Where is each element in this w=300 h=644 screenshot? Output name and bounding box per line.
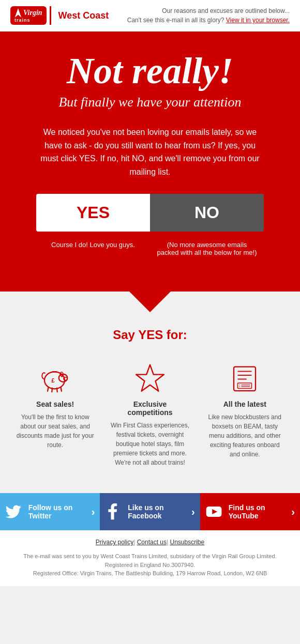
hero-title: Not really! <box>21 52 279 89</box>
hero-body: We noticed you've not been loving our em… <box>36 126 264 178</box>
twitter-button[interactable]: Follow us on Twitter › <box>0 493 100 530</box>
yes-button[interactable]: YES <box>36 194 150 232</box>
youtube-content: Find us on YouTube <box>205 502 292 521</box>
email-wrapper: Virgin trains West Coast Our reasons and… <box>0 0 300 586</box>
registered-office: Registered Office: Virgin Trains, The Ba… <box>10 569 290 578</box>
unsubscribe-link[interactable]: Unsubscribe <box>170 539 204 546</box>
facebook-content: Like us on Facebook <box>105 502 191 521</box>
star-icon <box>134 363 166 394</box>
facebook-arrow-icon: › <box>191 506 195 518</box>
feature-title-0: Seat sales! <box>16 400 95 408</box>
social-footer: Follow us on Twitter › Like us on Facebo… <box>0 493 300 530</box>
logo-area: Virgin trains West Coast <box>10 6 109 25</box>
svg-line-7 <box>52 388 52 392</box>
yes-label: Course I do! Love you guys. <box>36 237 150 260</box>
piggy-bank-icon: £ <box>40 363 71 394</box>
arrow-section <box>0 292 300 312</box>
contact-link[interactable]: Contact us <box>137 539 167 546</box>
twitter-content: Follow us on Twitter <box>5 502 92 521</box>
yesno-labels: Course I do! Love you guys. (No more awe… <box>36 237 264 260</box>
youtube-icon <box>205 502 222 521</box>
feature-desc-0: You'll be the first to know about our se… <box>16 412 95 450</box>
svg-rect-16 <box>238 383 252 389</box>
twitter-arrow-icon: › <box>92 506 95 518</box>
youtube-label: Find us on YouTube <box>229 503 292 520</box>
virgin-badge: Virgin trains <box>10 6 47 25</box>
no-button[interactable]: NO <box>150 194 264 232</box>
no-label: (No more awesome emails packed with all … <box>150 237 264 260</box>
legal-footer: Privacy policy| Contact us| Unsubscribe … <box>0 530 300 586</box>
feature-desc-2: Like new blockbusters and boxsets on BEA… <box>205 412 284 459</box>
west-coast-label: West Coast <box>58 10 109 21</box>
legal-links: Privacy policy| Contact us| Unsubscribe <box>10 539 290 546</box>
cant-see: Can't see this e-mail in all its glory? … <box>127 16 290 25</box>
svg-line-6 <box>48 388 49 392</box>
hero-subtitle: But finally we have your attention <box>21 95 279 110</box>
footer-text: The e-mail was sent to you by West Coast… <box>10 552 290 569</box>
youtube-arrow-icon: › <box>291 506 295 518</box>
twitter-label: Follow us on Twitter <box>28 503 92 520</box>
yesno-container: YES NO <box>36 194 264 232</box>
feature-title-2: All the latest <box>205 400 284 408</box>
feature-competitions: Exclusive competitions Win First Class e… <box>105 358 194 472</box>
logo-divider <box>50 6 51 25</box>
svg-line-9 <box>61 388 62 392</box>
svg-text:£: £ <box>51 377 54 384</box>
feature-desc-1: Win First Class experiences, festival ti… <box>110 421 189 467</box>
feature-seat-sales: £ Seat sales! You'll be the first to kno… <box>10 358 100 472</box>
wing-icon <box>14 8 22 18</box>
svg-line-8 <box>57 388 57 392</box>
say-yes-title: Say YES for: <box>10 328 290 342</box>
view-browser-link[interactable]: View it in your browser. <box>226 17 290 24</box>
feature-title-1: Exclusive competitions <box>110 400 189 417</box>
tagline: Our reasons and excuses are outlined bel… <box>127 6 290 16</box>
twitter-icon <box>5 502 22 521</box>
youtube-button[interactable]: Find us on YouTube › <box>200 493 300 530</box>
hero-section: Not really! But finally we have your att… <box>0 32 300 292</box>
facebook-button[interactable]: Like us on Facebook › <box>100 493 200 530</box>
header-right: Our reasons and excuses are outlined bel… <box>127 6 290 25</box>
privacy-link[interactable]: Privacy policy <box>96 539 133 546</box>
news-icon <box>229 363 260 394</box>
features-grid: £ Seat sales! You'll be the first to kno… <box>10 358 290 472</box>
svg-marker-11 <box>136 365 164 391</box>
virgin-text: Virgin <box>23 9 42 17</box>
say-yes-section: Say YES for: <box>0 312 300 493</box>
feature-latest: All the latest Like new blockbusters and… <box>200 358 290 472</box>
email-header: Virgin trains West Coast Our reasons and… <box>0 0 300 32</box>
facebook-icon <box>105 502 122 521</box>
arrow-down-icon <box>129 292 171 312</box>
trains-text: trains <box>14 18 31 23</box>
facebook-label: Like us on Facebook <box>128 503 191 520</box>
